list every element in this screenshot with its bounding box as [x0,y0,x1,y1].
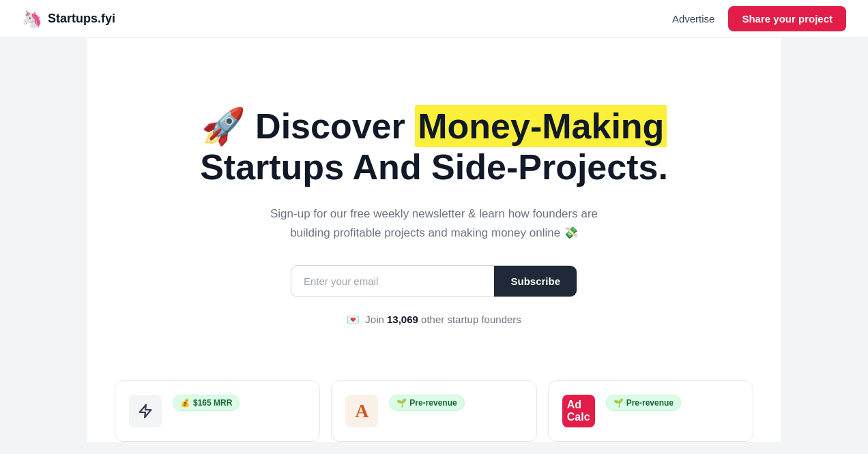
cards-row: 💰 $165 MRR A 🌱 Pre-revenue AdCalc [115,380,753,442]
card-3-icon: AdCalc [562,395,595,427]
card-2-badge-emoji: 🌱 [396,398,407,408]
calc-icon-text: AdCalc [567,399,590,423]
hero-section: 🚀 Discover Money-Making Startups And Sid… [115,79,753,374]
card-1-badge-emoji: 💰 [180,398,190,408]
card-2: A 🌱 Pre-revenue [331,380,536,442]
hero-title-highlight: Money-Making [415,105,667,147]
hero-title: 🚀 Discover Money-Making Startups And Sid… [115,106,753,188]
card-2-badge-text: Pre-revenue [409,398,457,408]
card-3-badge: 🌱 Pre-revenue [606,395,681,411]
card-3-badge-text: Pre-revenue [626,398,674,408]
social-proof-post: other startup founders [418,314,521,325]
card-1-badge-text: $165 MRR [193,398,232,408]
card-1: 💰 $165 MRR [115,380,320,442]
navbar-right: Advertise Share your project [672,6,846,31]
hero-subtitle: Sign-up for our free weekly newsletter &… [257,205,611,244]
hero-title-pre: Discover [255,106,415,146]
navbar: 🦄 Startups.fyi Advertise Share your proj… [0,0,868,38]
main-content: 🚀 Discover Money-Making Startups And Sid… [87,38,781,442]
bolt-icon [138,404,153,419]
card-1-badge: 💰 $165 MRR [173,395,240,411]
subscribe-button[interactable]: Subscribe [494,266,577,297]
brand-emoji: 🦄 [22,10,42,29]
heart-emoji: 💌 [347,314,360,325]
svg-marker-0 [140,405,151,417]
brand-name: Startups.fyi [48,12,115,26]
hero-title-line2: Startups And Side-Projects. [115,147,753,188]
social-proof-number: 13,069 [387,314,418,325]
card-1-badge-area: 💰 $165 MRR [173,395,240,411]
card-3: AdCalc 🌱 Pre-revenue [548,380,753,442]
advertise-link[interactable]: Advertise [672,13,715,25]
social-proof-pre: Join [365,314,387,325]
brand-logo-link[interactable]: 🦄 Startups.fyi [22,10,115,29]
subscribe-form: Subscribe [291,265,577,297]
card-2-badge-area: 🌱 Pre-revenue [389,395,464,411]
card-1-icon [129,395,162,427]
card-3-badge-area: 🌱 Pre-revenue [606,395,681,411]
email-input[interactable] [291,266,494,297]
rocket-emoji: 🚀 [201,106,246,146]
share-project-button[interactable]: Share your project [728,6,846,31]
hero-title-line1: 🚀 Discover Money-Making [115,106,753,147]
card-2-badge: 🌱 Pre-revenue [389,395,464,411]
social-proof: 💌 Join 13,069 other startup founders [115,314,753,326]
card-3-badge-emoji: 🌱 [613,398,624,408]
card-2-icon: A [345,395,378,427]
